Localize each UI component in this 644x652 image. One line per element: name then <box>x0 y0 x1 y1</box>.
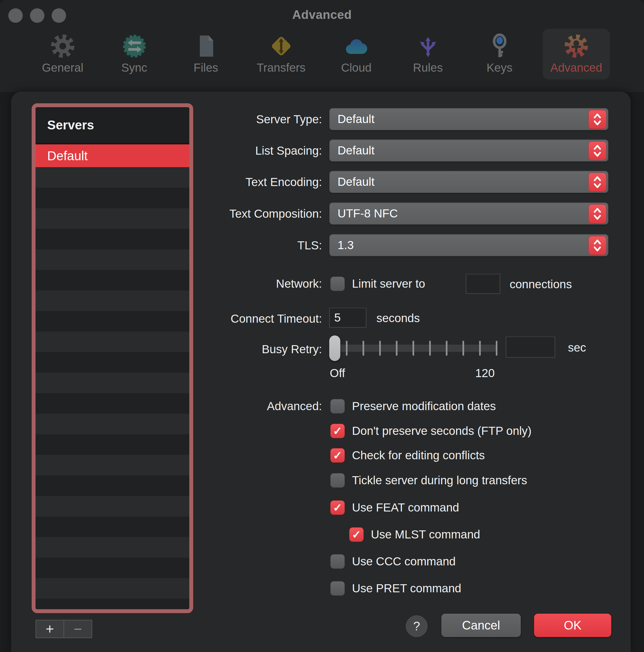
network-label: Network: <box>83 277 322 291</box>
list-spacing-select[interactable]: Default <box>329 139 609 162</box>
tls-select[interactable]: 1.3 <box>329 234 609 256</box>
check-icon: ✓ <box>352 529 361 540</box>
tab-files[interactable]: Files <box>177 29 234 79</box>
slider-tick <box>479 341 481 356</box>
slider-tick <box>396 341 397 356</box>
busy-retry-suffix: sec <box>568 341 586 354</box>
gear-icon <box>49 33 76 59</box>
list-add-remove-control: + − <box>35 620 92 638</box>
busy-retry-input[interactable] <box>506 336 555 358</box>
file-icon <box>193 33 219 59</box>
rules-icon <box>415 33 441 59</box>
connect-timeout-value: 5 <box>334 311 341 324</box>
stepper-icon[interactable] <box>588 110 606 129</box>
text-encoding-select[interactable]: Default <box>329 171 609 193</box>
preserve-mod-dates-checkbox[interactable] <box>330 399 345 413</box>
limit-server-label: Limit server to <box>352 277 425 291</box>
tab-label: Transfers <box>257 61 306 75</box>
check-icon: ✓ <box>333 426 342 436</box>
server-list-empty-rows <box>35 167 189 609</box>
connect-timeout-suffix: seconds <box>376 311 420 325</box>
slider-tick <box>496 341 498 356</box>
transfers-icon <box>268 33 295 59</box>
tab-label: Cloud <box>341 61 372 75</box>
cancel-button[interactable]: Cancel <box>441 614 521 637</box>
chevron-up-down-icon <box>592 238 603 253</box>
tab-advanced[interactable]: Advanced <box>543 29 610 79</box>
slider-tick <box>379 341 381 356</box>
tab-cloud[interactable]: Cloud <box>328 29 385 79</box>
ok-button[interactable]: OK <box>534 614 611 637</box>
slider-tick <box>346 341 347 356</box>
connect-timeout-label: Connect Timeout: <box>83 311 322 326</box>
chevron-up-down-icon <box>592 143 603 158</box>
tab-keys[interactable]: Keys <box>471 29 528 79</box>
dont-preserve-seconds-label: Don't preserve seconds (FTP only) <box>352 424 532 438</box>
stepper-icon[interactable] <box>588 236 606 255</box>
check-editing-conflicts-label: Check for editing conflicts <box>352 448 485 463</box>
tab-label: Sync <box>121 61 147 75</box>
advanced-gear-icon <box>563 33 590 59</box>
stepper-icon[interactable] <box>588 205 606 223</box>
text-composition-value: UTF-8 NFC <box>338 207 398 220</box>
chevron-up-down-icon <box>592 112 603 127</box>
slider-max-label: 120 <box>475 366 495 380</box>
window-title: Advanced <box>0 8 644 22</box>
text-composition-label: Text Composition: <box>83 207 322 220</box>
server-type-select[interactable]: Default <box>329 108 609 130</box>
tls-label: TLS: <box>83 239 322 252</box>
tab-label: Rules <box>413 61 443 75</box>
tab-sync[interactable]: Sync <box>106 29 163 79</box>
check-icon: ✓ <box>333 502 342 513</box>
slider-tick <box>363 341 364 356</box>
use-feat-checkbox[interactable]: ✓ <box>330 500 345 515</box>
server-type-label: Server Type: <box>83 113 322 126</box>
slider-tick <box>446 341 447 356</box>
text-encoding-value: Default <box>338 175 374 188</box>
tab-general[interactable]: General <box>34 29 91 79</box>
chevron-up-down-icon <box>592 175 603 189</box>
preferences-toolbar: General Sync Files <box>0 29 644 79</box>
limit-server-checkbox[interactable] <box>330 277 345 291</box>
use-mlst-checkbox[interactable]: ✓ <box>349 527 364 542</box>
text-encoding-label: Text Encoding: <box>83 175 322 189</box>
use-ccc-label: Use CCC command <box>352 554 455 569</box>
remove-server-button[interactable]: − <box>63 620 92 637</box>
tickle-server-checkbox[interactable] <box>330 473 345 488</box>
stepper-icon[interactable] <box>588 173 606 192</box>
tab-transfers[interactable]: Transfers <box>249 29 313 79</box>
tls-value: 1.3 <box>338 239 354 251</box>
tab-rules[interactable]: Rules <box>399 29 457 79</box>
stepper-icon[interactable] <box>588 141 606 160</box>
tab-label: Files <box>194 61 218 75</box>
sync-icon <box>121 33 148 59</box>
connections-suffix: connections <box>510 278 572 291</box>
use-pret-checkbox[interactable] <box>330 581 345 596</box>
chevron-up-down-icon <box>592 207 603 221</box>
tab-label: General <box>42 61 83 75</box>
preferences-window: Advanced General Sync <box>0 0 644 652</box>
tab-label: Advanced <box>551 61 603 75</box>
list-spacing-label: List Spacing: <box>83 144 322 158</box>
slider-tick <box>429 341 431 356</box>
check-editing-conflicts-checkbox[interactable]: ✓ <box>330 448 345 463</box>
use-mlst-label: Use MLST command <box>371 527 480 542</box>
add-server-button[interactable]: + <box>36 620 63 637</box>
connect-timeout-input[interactable]: 5 <box>329 308 366 328</box>
tickle-server-label: Tickle server during long transfers <box>352 473 527 488</box>
server-type-value: Default <box>338 112 374 126</box>
advanced-section-label: Advanced: <box>83 399 322 413</box>
preserve-mod-dates-label: Preserve modification dates <box>352 399 496 413</box>
help-button[interactable]: ? <box>406 615 427 637</box>
connections-input[interactable] <box>466 274 500 294</box>
text-composition-select[interactable]: UTF-8 NFC <box>329 202 609 225</box>
use-ccc-checkbox[interactable] <box>330 554 345 569</box>
use-feat-label: Use FEAT command <box>352 500 459 515</box>
busy-retry-slider-thumb[interactable] <box>329 335 340 361</box>
cloud-icon <box>343 33 370 59</box>
key-icon <box>486 33 513 59</box>
dont-preserve-seconds-checkbox[interactable]: ✓ <box>330 424 345 438</box>
use-pret-label: Use PRET command <box>352 581 461 596</box>
window-chrome: Advanced General Sync <box>0 0 644 92</box>
list-spacing-value: Default <box>338 144 374 157</box>
